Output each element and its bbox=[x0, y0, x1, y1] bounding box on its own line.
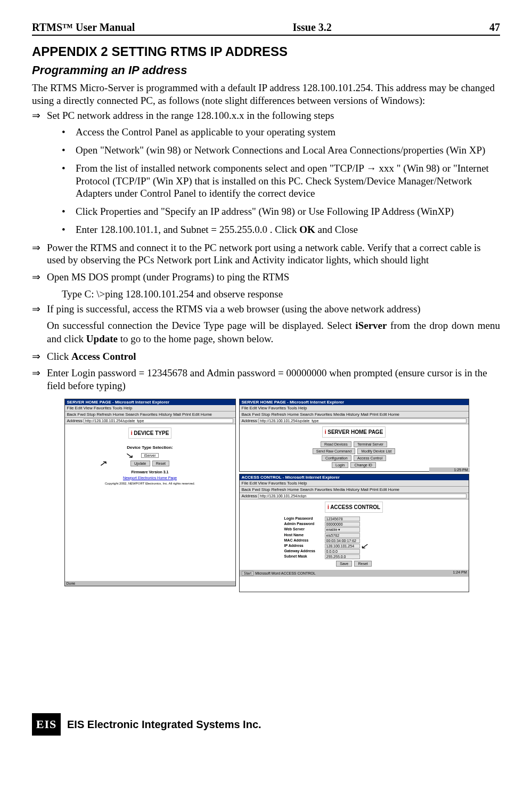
text-access-control: Access Control bbox=[71, 351, 136, 362]
label: Login Password bbox=[284, 517, 323, 521]
address-input[interactable] bbox=[258, 494, 466, 498]
label: Web Server bbox=[284, 527, 323, 532]
newport-home-link[interactable]: Newport Electronics Home Page bbox=[68, 476, 232, 480]
bullet-enter-ip-subnet: • Enter 128.100.101.1, and Subnet = 255.… bbox=[62, 223, 500, 236]
reset-button[interactable]: Reset bbox=[152, 461, 169, 466]
window-toolbar[interactable]: Back Fwd Stop Refresh Home Search Favori… bbox=[240, 411, 469, 418]
header-right: 47 bbox=[489, 21, 500, 34]
taskbar-time: 1:25 PM bbox=[454, 468, 468, 472]
appendix-title: APPENDIX 2 SETTING RTMS IP ADDRESS bbox=[32, 44, 500, 59]
configuration-button[interactable]: Configuration bbox=[322, 455, 351, 461]
device-type-instruction: On successful connection the Device Type… bbox=[47, 319, 500, 345]
address-label: Address bbox=[67, 418, 83, 423]
save-button[interactable]: Save bbox=[336, 561, 352, 567]
bullet-access-control-panel: • Access the Control Panel as applicable… bbox=[62, 126, 500, 139]
window-menubar[interactable]: File Edit View Favorites Tools Help bbox=[240, 480, 469, 487]
intro-paragraph: The RTMS Micro-Server is programmed with… bbox=[32, 82, 500, 107]
terminal-server-button[interactable]: Terminal Server bbox=[354, 441, 387, 447]
access-control-window: ACCESS CONTROL - Microsoft Internet Expl… bbox=[239, 474, 469, 592]
window-titlebar: SERVER HOME PAGE - Microsoft Internet Ex… bbox=[65, 399, 235, 405]
admin-password-field[interactable]: 00000000 bbox=[325, 522, 360, 527]
pointer-arrow-icon: ↙ bbox=[360, 542, 369, 550]
reset-button[interactable]: Reset bbox=[354, 561, 371, 567]
header-center: Issue 3.2 bbox=[293, 21, 332, 34]
selection-label: Device Type Selection: bbox=[68, 445, 232, 450]
window-menubar[interactable]: File Edit View Favorites Tools Help bbox=[240, 405, 469, 411]
window-content: i SERVER HOME PAGE Read Devices Terminal… bbox=[240, 424, 469, 471]
send-raw-command-button[interactable]: Send Raw Command bbox=[313, 448, 356, 454]
address-bar: Address bbox=[240, 418, 469, 424]
double-arrow-icon: ⇒ bbox=[32, 367, 47, 392]
access-control-button[interactable]: Access Control bbox=[354, 455, 386, 461]
double-arrow-icon: ⇒ bbox=[32, 350, 47, 363]
text-post: to go to the home page, shown below. bbox=[118, 333, 273, 344]
modify-device-list-button[interactable]: Modify Device List bbox=[357, 448, 395, 454]
mac-address-row: MAC Address00:03:34:00:17:62 bbox=[242, 538, 466, 543]
step-power-rtms: ⇒ Power the RTMS and connect it to the P… bbox=[32, 241, 500, 267]
step-text: Power the RTMS and connect it to the PC … bbox=[47, 241, 500, 267]
page-header: RTMS™ User Manual Issue 3.2 47 bbox=[32, 21, 500, 36]
copyright-text: Copyright 2002, NEWPORT Electronics, Inc… bbox=[68, 482, 232, 485]
double-arrow-icon: ⇒ bbox=[32, 271, 47, 284]
login-button[interactable]: Login bbox=[332, 462, 348, 468]
step-text: Enter Login password = 12345678 and Admi… bbox=[47, 367, 500, 392]
bullet-icon: • bbox=[62, 144, 76, 157]
step-dos-prompt: ⇒ Open MS DOS prompt (under Programs) to… bbox=[32, 271, 500, 284]
text-iserver: iServer bbox=[355, 320, 387, 331]
host-name-row: Host Nameeis5782 bbox=[242, 533, 466, 538]
bullet-tcpip: • From the list of installed network com… bbox=[62, 162, 500, 200]
section-subtitle: Programming an IP address bbox=[32, 63, 500, 77]
ping-command: Type C: \>ping 128.100.101.254 and obser… bbox=[62, 288, 500, 301]
firmware-version: Firmware Version 3.1 bbox=[68, 470, 232, 474]
pointer-arrow-icon: ↘ bbox=[125, 451, 134, 459]
mac-address-field: 00:03:34:00:17:62 bbox=[325, 538, 360, 543]
window-toolbar[interactable]: Back Fwd Stop Refresh Home Search Favori… bbox=[65, 411, 235, 418]
read-devices-button[interactable]: Read Devices bbox=[321, 441, 351, 447]
step-text: Open MS DOS prompt (under Programs) to p… bbox=[47, 271, 500, 284]
bullet-text: Open "Network" (win 98) or Network Conne… bbox=[76, 144, 500, 157]
window-titlebar: ACCESS CONTROL - Microsoft Internet Expl… bbox=[240, 474, 469, 480]
bullet-text: From the list of installed network compo… bbox=[76, 162, 500, 200]
window-menubar[interactable]: File Edit View Favorites Tools Help bbox=[65, 405, 235, 411]
step-text: Click Access Control bbox=[47, 350, 500, 363]
label: MAC Address bbox=[284, 538, 323, 543]
statusbar: Done bbox=[65, 580, 235, 586]
address-bar: Address bbox=[65, 418, 235, 424]
login-password-field[interactable]: 12345678 bbox=[325, 517, 360, 521]
subnet-mask-field[interactable]: 255.255.0.0 bbox=[325, 554, 360, 559]
bullet-ok: OK bbox=[299, 224, 315, 235]
admin-password-row: Admin Password00000000 bbox=[242, 522, 466, 527]
step-enter-passwords: ⇒ Enter Login password = 12345678 and Ad… bbox=[32, 367, 500, 392]
change-id-button[interactable]: Change ID bbox=[350, 462, 375, 468]
address-input[interactable] bbox=[84, 418, 233, 423]
right-stack: SERVER HOME PAGE - Microsoft Internet Ex… bbox=[239, 399, 468, 592]
address-input[interactable] bbox=[258, 418, 466, 423]
screenshot-row: SERVER HOME PAGE - Microsoft Internet Ex… bbox=[32, 399, 500, 592]
bullet-text: Enter 128.100.101.1, and Subnet = 255.25… bbox=[76, 223, 500, 236]
bullet-icon: • bbox=[62, 126, 76, 139]
double-arrow-icon: ⇒ bbox=[32, 109, 47, 122]
bullet-icon: • bbox=[62, 162, 76, 200]
device-type-select[interactable]: iServer bbox=[141, 453, 158, 458]
ip-address-row: IP Address128.100.101.254 ↙ bbox=[242, 544, 466, 548]
address-label: Address bbox=[242, 418, 257, 423]
web-server-select[interactable]: enable ▾ bbox=[325, 527, 360, 532]
taskbar-time: 1:24 PM bbox=[453, 570, 466, 576]
label: Gateway Address bbox=[284, 549, 323, 554]
device-type-window: SERVER HOME PAGE - Microsoft Internet Ex… bbox=[64, 399, 236, 586]
update-button[interactable]: Update bbox=[130, 461, 150, 466]
host-name-field[interactable]: eis5782 bbox=[325, 533, 360, 538]
step-set-pc-address: ⇒ Set PC network address in the range 12… bbox=[32, 109, 500, 122]
label: Host Name bbox=[284, 533, 323, 538]
gateway-field[interactable]: 0.0.0.0 bbox=[325, 549, 360, 554]
taskbar-items: Microsoft Word ACCESS CONTROL bbox=[255, 571, 315, 575]
ip-address-field[interactable]: 128.100.101.254 bbox=[325, 544, 360, 548]
server-home-window: SERVER HOME PAGE - Microsoft Internet Ex… bbox=[239, 399, 469, 472]
step-text: If ping is successful, access the RTMS v… bbox=[47, 303, 500, 316]
window-content: i ACCESS CONTROL Login Password12345678 … bbox=[240, 499, 469, 569]
window-toolbar[interactable]: Back Fwd Stop Refresh Home Search Favori… bbox=[240, 487, 469, 493]
bullet-text: Click Properties and "Specify an IP addr… bbox=[76, 205, 500, 218]
bullet-icon: • bbox=[62, 205, 76, 218]
start-button[interactable]: Start bbox=[242, 571, 254, 576]
window-content: i DEVICE TYPE Device Type Selection: ↘ i… bbox=[65, 424, 235, 488]
